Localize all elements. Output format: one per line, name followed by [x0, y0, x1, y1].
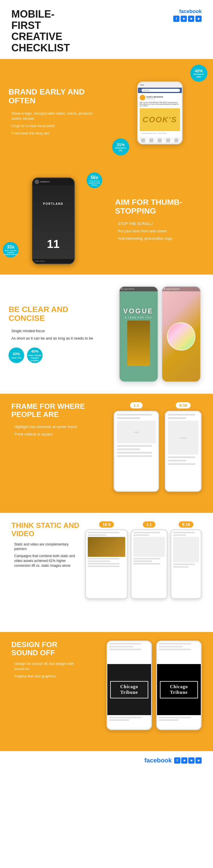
frame-image-1: image: [117, 421, 156, 443]
frame-phone-screen-2: image: [165, 411, 201, 491]
sound-dark-2: Chicago Tribune: [157, 664, 201, 715]
fb-icon-2: ■: [181, 16, 187, 22]
static-phone-1: 16:9: [85, 521, 128, 599]
phone-nav: [138, 137, 182, 144]
static-img-2: [133, 537, 165, 557]
frame-phone-wide: image: [114, 411, 159, 492]
cooks-body-text: Sign up for FOOLPROOF RECIPES developed …: [140, 101, 180, 107]
frame-phone-tall: image: [165, 411, 202, 492]
section-sound: DESIGN FOR SOUND OFF Design for sound of…: [0, 632, 213, 751]
static-img-3: [173, 537, 199, 562]
phone-nav-watch: [158, 138, 162, 143]
footer-fb-icons: f ■ ■ ■: [174, 757, 202, 764]
flowers-phone: ▶ voguemagazine: [161, 286, 201, 382]
static-bullet-1: Static and video are complementary partn…: [11, 542, 80, 552]
frame-phone-2: 9:16 image: [165, 402, 202, 492]
sound-line-7: [159, 646, 183, 647]
section-static-phones: 16:9 1.1: [85, 521, 202, 599]
footer-fb-icon-4: ■: [195, 757, 202, 764]
static-line-2: [88, 534, 107, 536]
section-clear-title: BE CLEAR AND CONCISE: [8, 305, 98, 323]
static-phone-sq: [131, 529, 167, 599]
brand-badge-2-number: 31%: [117, 143, 125, 147]
basketball-phone: trailblazers PORTLAND 11 Learn More: [32, 178, 75, 264]
sound-phone-2: Chicago Tribune: [156, 641, 202, 730]
section-static-body: Static and video are complementary partn…: [11, 542, 80, 568]
phone-fb-logo: f: [140, 89, 140, 92]
section-sound-body: Design for sound off, but delight with s…: [11, 661, 82, 679]
footer-fb-icon-1: f: [174, 757, 180, 764]
frame-line-7: [168, 463, 195, 465]
section-static-inner: THINK STATIC AND VIDEO Static and video …: [11, 521, 202, 599]
clear-badge-2-number: 40%: [31, 349, 38, 354]
sound-line-8: [159, 649, 191, 650]
facebook-logo-bottom: facebook f ■ ■ ■: [144, 757, 202, 764]
static-phone-2: 1.1: [131, 521, 167, 599]
static-line-10: [133, 560, 152, 562]
section-sound-inner: DESIGN FOR SOUND OFF Design for sound of…: [11, 641, 202, 730]
static-line-6: [88, 566, 119, 567]
cooks-cta: cooksilustrated.com · Learn More: [140, 131, 180, 135]
phone-search: Search: [141, 89, 180, 92]
static-phone-tall: [170, 529, 202, 599]
static-phone-wide: [85, 529, 128, 599]
section-thumb-body: STOP THE SCROLL! Put your hero front and…: [115, 221, 205, 244]
section-static-text: THINK STATIC AND VIDEO Static and video …: [11, 521, 80, 599]
vogue-header: ▶ vogueofficial: [119, 287, 158, 291]
brand-badge-1: 45% increase in sales: [190, 65, 207, 82]
vogue-screen: ▶ vogueofficial VOGUE A YEAR FOR YOU: [119, 287, 158, 381]
section-brand: BRAND EARLY AND OFTEN Show a logo, recog…: [0, 59, 213, 167]
frame-bullet-2: Think vertical or square: [11, 432, 97, 437]
facebook-logo-top: facebook f ■ ■ ■: [173, 8, 202, 22]
frame-bullet-1: Highlight key elements at center frame: [11, 424, 97, 430]
frame-ratios-row: 1.1 image: [114, 402, 202, 492]
flower-circle: [167, 322, 195, 351]
cooks-brand-logo: COOK'S: [142, 115, 177, 124]
thumb-badge-1-label: cost per real program food savings: [87, 180, 102, 186]
frame-line-5: [168, 414, 195, 415]
frame-image-label-2: image: [180, 437, 186, 439]
thumb-bullet-2: Put your hero front and center: [115, 229, 205, 234]
phone-nav-friends: [150, 138, 153, 143]
phone-fb-header: f Search: [138, 88, 182, 93]
static-screen-1: [86, 530, 127, 598]
static-line-14: [173, 564, 195, 565]
flowers-header: ▶ voguemagazine: [162, 287, 200, 291]
sound-line-2: [109, 646, 133, 647]
frame-line-4: [117, 455, 152, 457]
player-number: 11: [47, 238, 60, 250]
static-bullet-2: Campaigns that combine both static and v…: [11, 554, 80, 568]
sound-bullet-2: Employ text and graphics: [11, 674, 82, 679]
static-line-12: [173, 532, 195, 533]
flowers-screen: ▶ voguemagazine: [162, 287, 200, 381]
bball-cta: Learn More: [35, 260, 45, 262]
static-line-11: [133, 563, 160, 564]
sound-line-9: [159, 717, 191, 718]
page-title: MOBILE-FIRSTCREATIVECHECKLIST: [11, 8, 70, 53]
sound-line-3: [109, 649, 141, 650]
section-sound-title: DESIGN FOR SOUND OFF: [11, 641, 82, 657]
section-thumb-right: AIM FOR THUMB-STOPPING STOP THE SCROLL! …: [107, 167, 213, 275]
static-line-1: [88, 532, 119, 533]
static-ratio-1: 16:9: [99, 521, 114, 528]
sound-top-1: [107, 641, 151, 664]
clear-bullet-1: Single minded-focus: [8, 329, 98, 334]
sound-line-5: [109, 719, 129, 721]
footer-fb-icon-2: ■: [181, 757, 187, 764]
sound-bullet-1: Design for sound off, but delight with s…: [11, 661, 82, 672]
cooks-phone-mockup: 9:41 f Search Cook's Illustrated Sponsor…: [137, 82, 183, 144]
cooks-sponsored: Sponsored: [147, 98, 163, 99]
section-frame-title: FRAME FOR WHERE PEOPLE ARE: [11, 402, 97, 418]
thumb-badge-2: 33x lower cost per engaged program savin…: [3, 242, 19, 257]
section-frame-text: FRAME FOR WHERE PEOPLE ARE Highlight key…: [11, 402, 97, 492]
frame-line-short-4: [168, 460, 186, 462]
brand-badge-1-number: 45%: [195, 69, 203, 73]
thumb-badge-1-number: 56x: [90, 175, 98, 180]
phone-nav-groups: [175, 138, 178, 143]
section-sound-text: DESIGN FOR SOUND OFF Design for sound of…: [11, 641, 82, 681]
brand-badge-2: 31% decrease in CPL: [112, 138, 129, 155]
sound-dark-1: Chicago Tribune: [107, 664, 151, 715]
frame-line-short: [117, 417, 140, 419]
vogue-logo: VOGUE: [123, 307, 154, 315]
sound-line-6: [159, 643, 191, 645]
